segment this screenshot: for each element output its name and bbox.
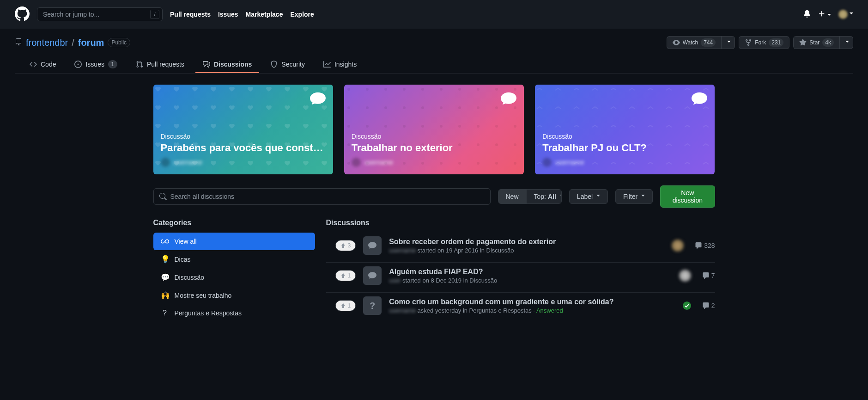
discussion-body: Sobre receber ordem de pagamento do exte… [389, 238, 664, 254]
sort-new-button[interactable]: New [498, 190, 526, 203]
create-new-icon[interactable] [818, 10, 831, 19]
star-label: Star [809, 39, 819, 46]
category-mostre[interactable]: 🙌 Mostre seu trabalho [153, 286, 315, 304]
category-perguntas[interactable]: ? Perguntas e Respostas [153, 304, 315, 322]
sort-top-prefix: Top: [534, 193, 546, 200]
participant-avatar[interactable] [672, 240, 684, 252]
repo-nav: Code Issues 1 Pull requests Discussions … [15, 56, 853, 74]
vote-count: 1 [348, 302, 351, 309]
repo-title-row: frontendbr / forum Public Watch 744 Fork… [15, 36, 853, 49]
caret-down-icon [845, 41, 849, 44]
sort-top-button[interactable]: Top: All [526, 190, 562, 203]
infinity-icon [161, 237, 169, 246]
avatar [838, 10, 848, 19]
discussion-title-link[interactable]: Alguém estuda FIAP EAD? [389, 268, 483, 276]
filter-button[interactable]: Filter [615, 189, 653, 204]
spotlight-card[interactable]: Discussão Trabalhar PJ ou CLT? username [535, 85, 715, 174]
comments-link[interactable]: 328 [695, 242, 715, 249]
spotlight-card[interactable]: Discussão Parabéns para vocês que constr… [153, 85, 333, 174]
discussion-right: 328 [672, 240, 715, 252]
comments-link[interactable]: 2 [702, 302, 715, 309]
category-discussao[interactable]: 💬 Discussão [153, 268, 315, 286]
comment-icon [702, 272, 710, 279]
global-search[interactable]: Search or jump to... / [37, 7, 163, 21]
watch-button[interactable]: Watch 744 [667, 36, 722, 49]
upvote-button[interactable]: 3 [335, 240, 356, 251]
main-container: Discussão Parabéns para vocês que constr… [139, 74, 730, 333]
new-discussion-button[interactable]: New discussion [660, 185, 715, 208]
path-separator: / [72, 37, 74, 48]
nav-pull-requests[interactable]: Pull requests [170, 11, 211, 18]
tab-pulls-label: Pull requests [147, 61, 184, 68]
speech-bubble-icon [692, 92, 707, 107]
tab-security[interactable]: Security [263, 56, 312, 73]
comments-link[interactable]: 7 [702, 272, 715, 279]
search-discussions-input[interactable]: Search all discussions [153, 188, 491, 205]
tab-discussions[interactable]: Discussions [195, 56, 259, 73]
tab-issues[interactable]: Issues 1 [67, 56, 124, 73]
star-button[interactable]: Star 4k [793, 36, 840, 49]
caret-down-icon [827, 14, 831, 18]
label-filter-button[interactable]: Label [569, 189, 608, 204]
notifications-icon[interactable] [803, 10, 811, 19]
eye-icon [673, 39, 680, 46]
spotlight-category: Discussão [161, 133, 326, 140]
chat-icon [368, 241, 376, 250]
category-view-all[interactable]: View all [153, 233, 315, 250]
discussion-row: 3 Sobre receber ordem de pagamento do ex… [326, 233, 715, 263]
star-icon [799, 39, 807, 46]
upvote-button[interactable]: 1 [335, 300, 356, 311]
speech-icon: 💬 [161, 273, 169, 282]
upvote-button[interactable]: 1 [335, 270, 356, 281]
comment-icon [702, 302, 710, 309]
spotlight-card[interactable]: Discussão Trabalhar no exterior username [344, 85, 524, 174]
check-circle-icon [683, 302, 691, 310]
caret-down-icon [727, 41, 731, 44]
header-nav: Pull requests Issues Marketplace Explore [170, 11, 314, 18]
repo-head: frontendbr / forum Public Watch 744 Fork… [0, 29, 868, 74]
categories-heading: Categories [153, 219, 315, 227]
header-right [803, 10, 853, 19]
spotlight-category: Discussão [352, 133, 516, 140]
label-filter-label: Label [577, 193, 593, 200]
arrow-up-icon [340, 303, 346, 308]
discussion-title-link[interactable]: Sobre receber ordem de pagamento do exte… [389, 238, 556, 246]
watch-menu-button[interactable] [722, 36, 735, 49]
discussion-author[interactable]: username [389, 307, 416, 314]
tab-pull-requests[interactable]: Pull requests [128, 56, 192, 73]
caret-down-icon [850, 12, 853, 16]
fork-button[interactable]: Fork 231 [739, 36, 789, 49]
nav-marketplace[interactable]: Marketplace [246, 11, 283, 18]
tab-insights[interactable]: Insights [316, 56, 364, 73]
participant-avatar[interactable] [679, 270, 691, 282]
discussion-author[interactable]: username [389, 247, 416, 254]
repo-owner-link[interactable]: frontendbr [26, 37, 68, 48]
star-menu-button[interactable] [840, 36, 853, 49]
github-logo[interactable] [15, 6, 30, 23]
tab-code[interactable]: Code [22, 56, 63, 73]
filter-label: Filter [623, 193, 637, 200]
repo-icon [15, 38, 22, 47]
discussion-meta: user started on 8 Dec 2019 in Discussão [389, 277, 672, 284]
sort-top-value: All [548, 193, 556, 200]
discussion-meta: username started on 19 Apr 2016 in Discu… [389, 247, 664, 254]
discussion-row: 1 Alguém estuda FIAP EAD? user started o… [326, 263, 715, 293]
discussion-meta: username asked yesterday in Perguntas e … [389, 307, 675, 314]
star-count: 4k [822, 38, 834, 47]
category-dicas[interactable]: 💡 Dicas [153, 250, 315, 268]
watch-count: 744 [701, 38, 716, 47]
speech-bubble-icon [501, 92, 516, 107]
discussions-layout: Categories View all 💡 Dicas 💬 Discussão … [153, 219, 715, 322]
discussion-body: Como crio um background com um gradiente… [389, 298, 675, 314]
repo-name-link[interactable]: forum [78, 37, 104, 48]
pull-request-icon [136, 61, 143, 68]
discussion-author[interactable]: user [389, 277, 401, 284]
discussion-title-link[interactable]: Como crio um background com um gradiente… [389, 298, 613, 306]
tab-discussions-label: Discussions [214, 61, 252, 68]
discussion-right: 2 [683, 302, 715, 310]
spotlight-author: username [161, 158, 326, 167]
user-menu[interactable] [838, 10, 853, 19]
vote-count: 3 [348, 242, 351, 249]
nav-issues[interactable]: Issues [218, 11, 238, 18]
nav-explore[interactable]: Explore [290, 11, 314, 18]
